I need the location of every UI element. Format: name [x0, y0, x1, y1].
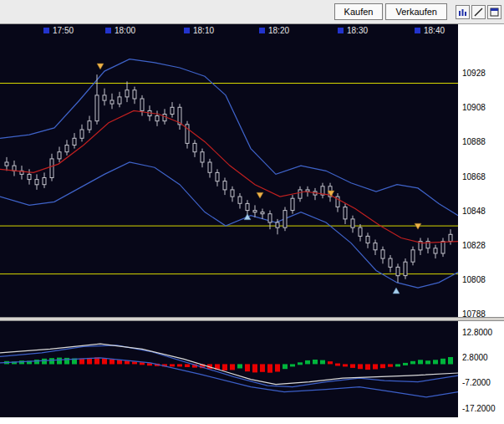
histogram-bar: [109, 359, 115, 364]
histogram-bar: [395, 364, 400, 366]
interval-marker-icon: [338, 28, 344, 33]
candle-body: [434, 248, 437, 253]
indicator-row: 12.80002.8000-7.2000-17.2000: [0, 321, 504, 417]
candle-body: [253, 211, 257, 212]
histogram-bar: [42, 359, 47, 365]
candle-body: [374, 243, 377, 250]
histogram-bar: [388, 364, 393, 366]
indicator-axis-label: 12.8000: [462, 328, 492, 337]
time-axis[interactable]: 17:5018:0018:1018:2018:3018:40: [0, 24, 458, 37]
candle-body: [238, 197, 242, 203]
histogram-bar: [403, 363, 408, 365]
candle-body: [88, 121, 91, 130]
candle-body: [351, 219, 354, 227]
time-label: 18:20: [268, 26, 289, 35]
histogram-bar: [298, 362, 303, 365]
histogram-bar: [237, 364, 242, 368]
interval-marker-icon: [43, 28, 49, 33]
toolbar: Kaufen Verkaufen: [0, 0, 504, 24]
candle-body: [35, 180, 38, 185]
sell-signal-icon: [415, 223, 421, 229]
time-tick: 18:40: [415, 26, 445, 35]
axis-corner: [458, 24, 504, 37]
price-axis-label: 10888: [462, 137, 486, 146]
histogram-bar: [222, 364, 227, 370]
candle-body: [396, 267, 400, 275]
histogram-bar: [313, 360, 318, 364]
candle-body: [80, 130, 84, 138]
lower-bollinger-line: [0, 162, 458, 288]
histogram-bar: [350, 364, 355, 368]
indicator-canvas[interactable]: [0, 321, 458, 417]
candle-body: [359, 227, 362, 236]
candle-body: [283, 211, 287, 228]
histogram-bar: [440, 359, 445, 365]
candle-body: [155, 116, 159, 121]
histogram-bar: [245, 364, 250, 371]
sell-signal-icon: [257, 192, 263, 198]
candle-body: [223, 181, 227, 190]
window-layout-button[interactable]: [487, 5, 501, 19]
histogram-bar: [64, 358, 69, 365]
candle-body: [103, 95, 106, 100]
histogram-bar: [328, 361, 333, 364]
time-label: 17:50: [53, 26, 74, 35]
candle-body: [110, 100, 114, 104]
candle-body: [441, 242, 445, 253]
upper-bollinger-line: [0, 59, 458, 216]
price-axis-label: 10908: [462, 103, 486, 112]
histogram-bar: [275, 364, 280, 371]
price-axis-label: 10788: [462, 309, 486, 319]
price-axis-label: 10848: [462, 207, 486, 216]
candle-body: [381, 250, 384, 258]
histogram-bar: [290, 364, 295, 366]
histogram-bar: [448, 357, 453, 365]
histogram-bar: [57, 358, 62, 365]
histogram-bar: [418, 360, 423, 364]
candle-body: [231, 190, 234, 197]
line-tool-button[interactable]: [471, 5, 486, 19]
candle-body: [216, 172, 219, 181]
histogram-bar: [267, 364, 272, 372]
time-axis-row: 17:5018:0018:1018:2018:3018:40: [0, 24, 504, 37]
candle-body: [50, 159, 53, 178]
main-chart-canvas[interactable]: [0, 37, 458, 317]
histogram-bar: [252, 364, 257, 372]
price-axis-label: 10808: [462, 275, 486, 284]
time-label: 18:30: [347, 26, 368, 35]
trading-chart-window: Kaufen Verkaufen: [0, 0, 504, 424]
candle-body: [73, 138, 76, 145]
candle-body: [246, 203, 249, 210]
indicator-axis[interactable]: 12.80002.8000-7.2000-17.2000: [458, 321, 504, 417]
sell-signal-icon: [97, 64, 104, 69]
time-label: 18:40: [424, 26, 445, 35]
histogram-bar: [358, 364, 363, 369]
buy-button[interactable]: Kaufen: [334, 3, 384, 20]
trendline-icon: [474, 8, 483, 17]
histogram-bar: [425, 360, 430, 364]
histogram-bar: [170, 364, 175, 366]
candle-body: [449, 234, 452, 241]
chart-style-button[interactable]: [456, 5, 470, 19]
histogram-bar: [433, 360, 438, 364]
indicator-axis-label: 2.8000: [462, 353, 488, 362]
price-axis-label: 10828: [462, 241, 486, 250]
indicator-axis-label: -7.2000: [462, 378, 491, 387]
interval-marker-icon: [105, 28, 111, 33]
time-label: 18:10: [193, 26, 214, 35]
histogram-bar: [260, 364, 265, 371]
candle-body: [43, 178, 46, 185]
sell-button[interactable]: Verkaufen: [385, 3, 447, 20]
candle-body: [140, 99, 144, 110]
histogram-bar: [132, 361, 137, 364]
buy-signal-icon: [393, 288, 400, 294]
moving-average-line: [0, 110, 458, 243]
candle-body: [208, 162, 211, 172]
histogram-bar: [117, 360, 122, 364]
histogram-bar: [140, 362, 145, 365]
candle-body: [298, 190, 302, 198]
interval-marker-icon: [259, 28, 265, 33]
time-tick: 18:00: [105, 26, 135, 35]
price-axis[interactable]: 1092810908108881086810848108281080810788: [458, 37, 504, 317]
histogram-bar: [320, 360, 325, 365]
